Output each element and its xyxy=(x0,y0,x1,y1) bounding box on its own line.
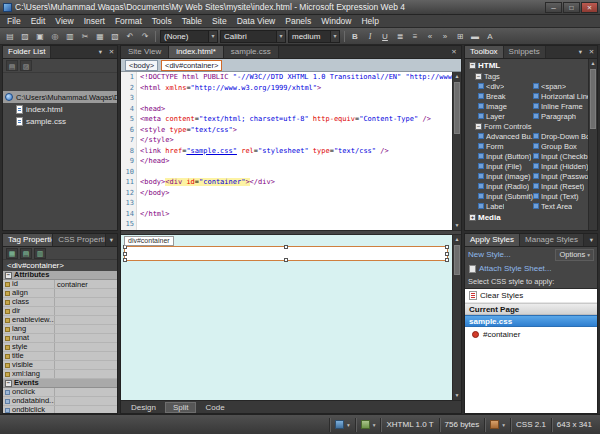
toolbox-item-paragraph[interactable]: Paragraph xyxy=(533,111,588,121)
new-folder-icon[interactable]: ▨ xyxy=(20,60,32,71)
folder-list-title[interactable]: Folder List xyxy=(3,46,51,58)
font-size-dropdown[interactable]: medium ▾ xyxy=(288,30,340,43)
summary-icon[interactable]: ▥ xyxy=(34,248,46,259)
property-row-ondatabind[interactable]: ondatabind... xyxy=(3,397,117,406)
redo-icon[interactable]: ↷ xyxy=(138,30,152,43)
toolbox-group-tags[interactable]: −Tags xyxy=(465,71,588,81)
close-icon[interactable]: ✕ xyxy=(106,46,117,58)
menu-item-insert[interactable]: Insert xyxy=(79,15,110,27)
property-row-enableview[interactable]: enableview... xyxy=(3,316,117,325)
clear-styles-button[interactable]: Clear Styles xyxy=(465,289,597,303)
collapse-icon[interactable]: − xyxy=(475,73,482,80)
font-dropdown[interactable]: Calibri ▾ xyxy=(220,30,286,43)
status-doctype[interactable]: XHTML 1.0 T xyxy=(380,418,438,432)
toolbox-item-input-file[interactable]: Input (File) xyxy=(478,161,533,171)
cut-icon[interactable]: ✂ xyxy=(78,30,92,43)
collapse-icon[interactable]: − xyxy=(5,272,12,279)
property-row-title[interactable]: title xyxy=(3,352,117,361)
categorized-icon[interactable]: ▦ xyxy=(6,248,18,259)
property-row-style[interactable]: style xyxy=(3,343,117,352)
toolbox-item-input-checkb[interactable]: Input (Checkb... xyxy=(533,151,588,161)
close-button[interactable]: ✕ xyxy=(581,2,598,13)
status-visual-aids[interactable]: ▾ xyxy=(329,418,355,432)
status-css-schema[interactable]: ▾ xyxy=(484,418,510,432)
menu-item-site[interactable]: Site xyxy=(207,15,232,27)
menu-item-tools[interactable]: Tools xyxy=(147,15,177,27)
tag-selector-body[interactable]: <body> xyxy=(125,60,158,71)
stylesheet-header-sample-css[interactable]: sample.css xyxy=(465,315,597,327)
outdent-icon[interactable]: « xyxy=(423,30,437,43)
scroll-down-icon[interactable] xyxy=(589,221,597,230)
property-row-align[interactable]: align xyxy=(3,289,117,298)
property-row-onclick[interactable]: onclick xyxy=(3,388,117,397)
property-row-class[interactable]: class xyxy=(3,298,117,307)
toolbox-item-input-text[interactable]: Input (Text) xyxy=(533,191,588,201)
chevron-down-icon[interactable]: ▾ xyxy=(276,31,285,42)
menu-item-data-view[interactable]: Data View xyxy=(232,15,281,27)
tab-snippets[interactable]: Snippets xyxy=(504,46,546,58)
close-document-icon[interactable]: ✕ xyxy=(447,46,461,58)
tab-apply-styles[interactable]: Apply Styles xyxy=(465,234,520,246)
scrollbar-thumb[interactable] xyxy=(454,82,460,134)
toolbox-item-advanced-bu[interactable]: Advanced Bu... xyxy=(478,131,533,141)
toolbox-item-input-passwo[interactable]: Input (Passwo... xyxy=(533,171,588,181)
menu-item-window[interactable]: Window xyxy=(316,15,356,27)
style-item-container[interactable]: #container xyxy=(465,327,597,341)
menu-item-help[interactable]: Help xyxy=(356,15,383,27)
view-design-button[interactable]: Design xyxy=(124,402,163,413)
underline-icon[interactable]: U xyxy=(378,30,392,43)
resize-handle[interactable] xyxy=(445,252,449,256)
design-surface[interactable]: div#container xyxy=(121,235,452,400)
toolbox-item-group-box[interactable]: Group Box xyxy=(533,141,588,151)
toolbox-item-layer[interactable]: Layer xyxy=(478,111,533,121)
collapse-icon[interactable]: − xyxy=(5,380,12,387)
menu-item-table[interactable]: Table xyxy=(177,15,207,27)
site-root-item[interactable]: C:\Users\Muhammad.Waqas\Documents\M xyxy=(3,91,117,103)
copy-icon[interactable]: ▦ xyxy=(93,30,107,43)
new-page-icon[interactable]: ▤ xyxy=(6,60,18,71)
tab-manage-styles[interactable]: Manage Styles xyxy=(520,234,584,246)
toolbox-item-input-submit[interactable]: Input (Submit) xyxy=(478,191,533,201)
save-icon[interactable]: ▣ xyxy=(33,30,47,43)
open-icon[interactable]: ▨ xyxy=(18,30,32,43)
property-row-runat[interactable]: runat xyxy=(3,334,117,343)
menu-item-file[interactable]: File xyxy=(2,15,26,27)
stylesheet-header-current-page[interactable]: Current Page xyxy=(465,303,597,315)
maximize-button[interactable]: □ xyxy=(563,2,580,13)
toolbox-item-inline-frame[interactable]: Inline Frame xyxy=(533,101,588,111)
toolbox-item-input-hidden[interactable]: Input (Hidden) xyxy=(533,161,588,171)
expand-icon[interactable]: + xyxy=(469,214,476,221)
property-row-id[interactable]: idcontainer xyxy=(3,280,117,289)
indent-icon[interactable]: » xyxy=(438,30,452,43)
scroll-down-icon[interactable]: ▼ xyxy=(453,391,461,400)
design-scrollbar[interactable]: ▲ ▼ xyxy=(452,235,461,400)
toolbox-item-input-radio[interactable]: Input (Radio) xyxy=(478,181,533,191)
toolbox-section-media[interactable]: +Media xyxy=(465,211,588,223)
toolbox-section-html[interactable]: −HTML xyxy=(465,59,588,71)
resize-handle[interactable] xyxy=(445,245,449,249)
scroll-down-icon[interactable]: ▼ xyxy=(453,221,461,230)
code-view[interactable]: 123456789101112131415 <!DOCTYPE html PUB… xyxy=(121,72,461,230)
menu-item-panels[interactable]: Panels xyxy=(280,15,316,27)
tab-index-html[interactable]: index.html* xyxy=(169,46,224,58)
highlight-icon[interactable]: ▬ xyxy=(468,30,482,43)
toolbox-item-text-area[interactable]: Text Area xyxy=(533,201,588,211)
chevron-down-icon[interactable]: ▾ xyxy=(330,31,339,42)
chevron-down-icon[interactable]: ▾ xyxy=(373,422,376,428)
paste-icon[interactable]: ▧ xyxy=(108,30,122,43)
view-code-button[interactable]: Code xyxy=(198,402,231,413)
view-split-button[interactable]: Split xyxy=(165,402,197,413)
property-row-ondblclick[interactable]: ondblclick xyxy=(3,406,117,413)
chevron-down-icon[interactable]: ▾ xyxy=(502,422,505,428)
tab-tag-properties[interactable]: Tag Properties xyxy=(3,234,53,246)
file-item-sample-css[interactable]: sample.css xyxy=(3,115,117,127)
container-div-element[interactable] xyxy=(124,246,448,261)
toolbox-scrollbar[interactable]: ▲ xyxy=(588,59,597,230)
menu-item-format[interactable]: Format xyxy=(110,15,147,27)
section-attributes[interactable]: −Attributes xyxy=(3,271,117,280)
resize-handle[interactable] xyxy=(445,258,449,262)
code-lines[interactable]: <!DOCTYPE html PUBLIC "-//W3C//DTD XHTML… xyxy=(140,72,452,230)
chevron-down-icon[interactable]: ▾ xyxy=(347,422,350,428)
bullet-list-icon[interactable]: ≡ xyxy=(408,30,422,43)
options-button[interactable]: Options ▾ xyxy=(555,249,594,261)
